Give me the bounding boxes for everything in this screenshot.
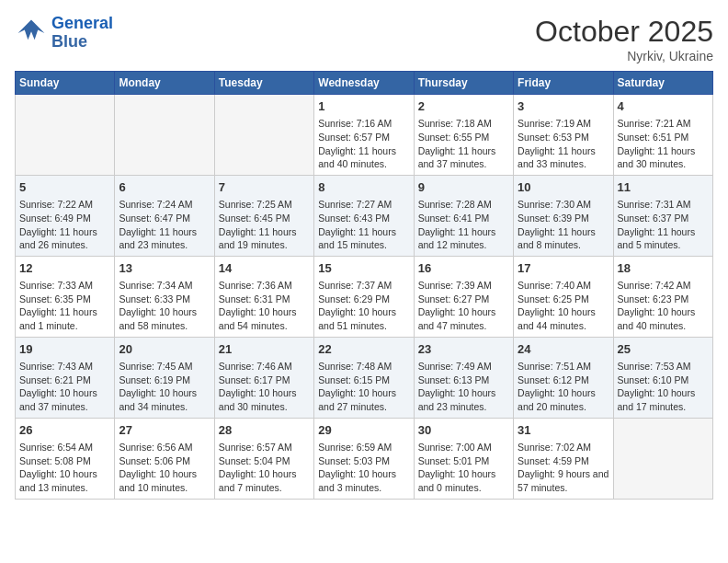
day-info: Sunrise: 7:31 AM Sunset: 6:37 PM Dayligh… [618,198,709,252]
day-info: Sunrise: 7:45 AM Sunset: 6:19 PM Dayligh… [119,360,210,414]
day-info: Sunrise: 7:43 AM Sunset: 6:21 PM Dayligh… [19,360,110,414]
calendar-cell [16,95,115,176]
calendar-cell: 4Sunrise: 7:21 AM Sunset: 6:51 PM Daylig… [613,95,712,176]
calendar-cell: 2Sunrise: 7:18 AM Sunset: 6:55 PM Daylig… [414,95,513,176]
day-number: 6 [119,179,210,196]
day-number: 21 [219,341,310,358]
day-number: 10 [518,179,609,196]
day-info: Sunrise: 7:42 AM Sunset: 6:23 PM Dayligh… [618,279,709,333]
day-number: 16 [418,260,509,277]
day-info: Sunrise: 7:49 AM Sunset: 6:13 PM Dayligh… [418,360,509,414]
calendar-cell: 22Sunrise: 7:48 AM Sunset: 6:15 PM Dayli… [314,337,414,418]
day-info: Sunrise: 7:16 AM Sunset: 6:57 PM Dayligh… [318,117,409,171]
location-subtitle: Nyrkiv, Ukraine [535,49,713,63]
calendar-row-2: 12Sunrise: 7:33 AM Sunset: 6:35 PM Dayli… [16,256,713,337]
calendar-cell: 19Sunrise: 7:43 AM Sunset: 6:21 PM Dayli… [16,337,115,418]
calendar-cell [115,95,214,176]
day-number: 4 [618,98,709,115]
day-number: 23 [418,341,509,358]
day-info: Sunrise: 7:34 AM Sunset: 6:33 PM Dayligh… [119,279,210,333]
day-number: 5 [19,179,110,196]
day-info: Sunrise: 7:51 AM Sunset: 6:12 PM Dayligh… [518,360,609,414]
day-number: 2 [418,98,509,115]
calendar-cell: 27Sunrise: 6:56 AM Sunset: 5:06 PM Dayli… [115,418,214,499]
calendar-cell: 6Sunrise: 7:24 AM Sunset: 6:47 PM Daylig… [115,175,214,256]
weekday-header-saturday: Saturday [613,72,712,95]
day-info: Sunrise: 7:48 AM Sunset: 6:15 PM Dayligh… [318,360,409,414]
day-number: 29 [318,422,409,439]
calendar-cell: 15Sunrise: 7:37 AM Sunset: 6:29 PM Dayli… [314,256,414,337]
day-number: 11 [618,179,709,196]
logo: General Blue [15,15,113,52]
weekday-header-friday: Friday [514,72,613,95]
day-info: Sunrise: 7:24 AM Sunset: 6:47 PM Dayligh… [119,198,210,252]
logo-general: General [51,14,113,32]
weekday-header-tuesday: Tuesday [214,72,313,95]
calendar-row-3: 19Sunrise: 7:43 AM Sunset: 6:21 PM Dayli… [16,337,713,418]
calendar-cell: 26Sunrise: 6:54 AM Sunset: 5:08 PM Dayli… [16,418,115,499]
day-info: Sunrise: 7:22 AM Sunset: 6:49 PM Dayligh… [19,198,110,252]
calendar-cell: 17Sunrise: 7:40 AM Sunset: 6:25 PM Dayli… [514,256,613,337]
day-info: Sunrise: 7:30 AM Sunset: 6:39 PM Dayligh… [518,198,609,252]
calendar-table: SundayMondayTuesdayWednesdayThursdayFrid… [15,71,713,500]
calendar-cell: 18Sunrise: 7:42 AM Sunset: 6:23 PM Dayli… [613,256,712,337]
day-info: Sunrise: 7:46 AM Sunset: 6:17 PM Dayligh… [219,360,310,414]
day-info: Sunrise: 6:54 AM Sunset: 5:08 PM Dayligh… [19,441,110,495]
calendar-cell: 10Sunrise: 7:30 AM Sunset: 6:39 PM Dayli… [514,175,613,256]
weekday-header-thursday: Thursday [414,72,513,95]
day-number: 24 [518,341,609,358]
day-number: 8 [318,179,409,196]
calendar-cell: 29Sunrise: 6:59 AM Sunset: 5:03 PM Dayli… [314,418,414,499]
calendar-cell: 3Sunrise: 7:19 AM Sunset: 6:53 PM Daylig… [514,95,613,176]
calendar-cell: 14Sunrise: 7:36 AM Sunset: 6:31 PM Dayli… [214,256,313,337]
weekday-header-wednesday: Wednesday [314,72,414,95]
day-info: Sunrise: 7:39 AM Sunset: 6:27 PM Dayligh… [418,279,509,333]
day-info: Sunrise: 7:19 AM Sunset: 6:53 PM Dayligh… [518,117,609,171]
day-number: 26 [19,422,110,439]
day-number: 31 [518,422,609,439]
calendar-cell: 12Sunrise: 7:33 AM Sunset: 6:35 PM Dayli… [16,256,115,337]
calendar-row-0: 1Sunrise: 7:16 AM Sunset: 6:57 PM Daylig… [16,95,713,176]
logo-text: General Blue [51,15,113,52]
day-info: Sunrise: 7:53 AM Sunset: 6:10 PM Dayligh… [618,360,709,414]
day-info: Sunrise: 7:36 AM Sunset: 6:31 PM Dayligh… [219,279,310,333]
day-info: Sunrise: 7:02 AM Sunset: 4:59 PM Dayligh… [518,441,609,495]
day-number: 9 [418,179,509,196]
day-info: Sunrise: 6:57 AM Sunset: 5:04 PM Dayligh… [219,441,310,495]
day-number: 30 [418,422,509,439]
day-info: Sunrise: 7:18 AM Sunset: 6:55 PM Dayligh… [418,117,509,171]
day-number: 18 [618,260,709,277]
calendar-row-4: 26Sunrise: 6:54 AM Sunset: 5:08 PM Dayli… [16,418,713,499]
calendar-cell: 31Sunrise: 7:02 AM Sunset: 4:59 PM Dayli… [514,418,613,499]
day-number: 14 [219,260,310,277]
calendar-cell: 28Sunrise: 6:57 AM Sunset: 5:04 PM Dayli… [214,418,313,499]
day-number: 13 [119,260,210,277]
weekday-header-row: SundayMondayTuesdayWednesdayThursdayFrid… [16,72,713,95]
day-info: Sunrise: 7:00 AM Sunset: 5:01 PM Dayligh… [418,441,509,495]
calendar-cell: 20Sunrise: 7:45 AM Sunset: 6:19 PM Dayli… [115,337,214,418]
calendar-cell [214,95,313,176]
day-number: 1 [318,98,409,115]
calendar-cell: 11Sunrise: 7:31 AM Sunset: 6:37 PM Dayli… [613,175,712,256]
day-number: 28 [219,422,310,439]
day-number: 7 [219,179,310,196]
day-number: 17 [518,260,609,277]
page-header: General Blue October 2025 Nyrkiv, Ukrain… [15,15,713,63]
day-number: 22 [318,341,409,358]
calendar-row-1: 5Sunrise: 7:22 AM Sunset: 6:49 PM Daylig… [16,175,713,256]
day-info: Sunrise: 6:59 AM Sunset: 5:03 PM Dayligh… [318,441,409,495]
day-number: 27 [119,422,210,439]
weekday-header-monday: Monday [115,72,214,95]
calendar-cell: 24Sunrise: 7:51 AM Sunset: 6:12 PM Dayli… [514,337,613,418]
logo-icon [15,17,48,50]
calendar-cell: 9Sunrise: 7:28 AM Sunset: 6:41 PM Daylig… [414,175,513,256]
calendar-cell: 1Sunrise: 7:16 AM Sunset: 6:57 PM Daylig… [314,95,414,176]
calendar-cell: 23Sunrise: 7:49 AM Sunset: 6:13 PM Dayli… [414,337,513,418]
calendar-cell: 16Sunrise: 7:39 AM Sunset: 6:27 PM Dayli… [414,256,513,337]
day-info: Sunrise: 7:27 AM Sunset: 6:43 PM Dayligh… [318,198,409,252]
day-info: Sunrise: 7:33 AM Sunset: 6:35 PM Dayligh… [19,279,110,333]
day-number: 15 [318,260,409,277]
calendar-cell: 25Sunrise: 7:53 AM Sunset: 6:10 PM Dayli… [613,337,712,418]
day-number: 12 [19,260,110,277]
calendar-cell [613,418,712,499]
